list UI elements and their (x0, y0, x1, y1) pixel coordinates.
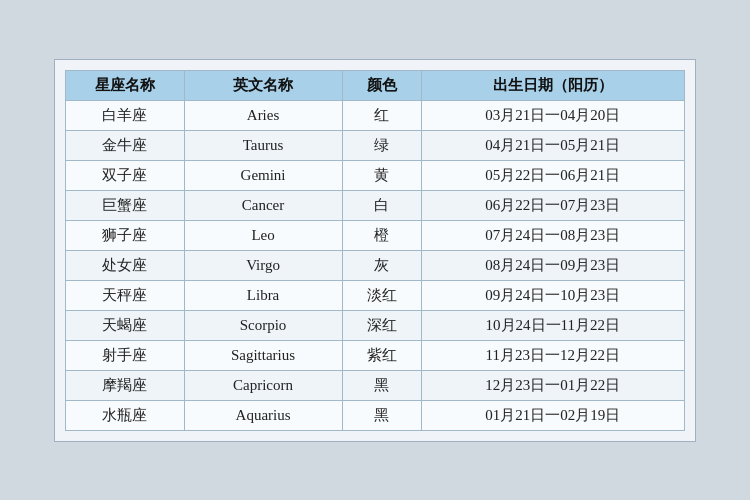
table-row: 处女座Virgo灰08月24日一09月23日 (66, 250, 685, 280)
cell-dates: 04月21日一05月21日 (421, 130, 684, 160)
cell-english-name: Leo (184, 220, 342, 250)
cell-english-name: Aries (184, 100, 342, 130)
cell-dates: 11月23日一12月22日 (421, 340, 684, 370)
zodiac-table-container: 星座名称 英文名称 颜色 出生日期（阳历） 白羊座Aries红03月21日一04… (54, 59, 696, 442)
cell-dates: 08月24日一09月23日 (421, 250, 684, 280)
cell-color: 绿 (342, 130, 421, 160)
cell-chinese-name: 白羊座 (66, 100, 185, 130)
table-header-row: 星座名称 英文名称 颜色 出生日期（阳历） (66, 70, 685, 100)
cell-color: 紫红 (342, 340, 421, 370)
table-row: 狮子座Leo橙07月24日一08月23日 (66, 220, 685, 250)
cell-dates: 05月22日一06月21日 (421, 160, 684, 190)
cell-english-name: Virgo (184, 250, 342, 280)
cell-english-name: Libra (184, 280, 342, 310)
cell-dates: 10月24日一11月22日 (421, 310, 684, 340)
cell-chinese-name: 双子座 (66, 160, 185, 190)
header-dates: 出生日期（阳历） (421, 70, 684, 100)
cell-dates: 07月24日一08月23日 (421, 220, 684, 250)
table-row: 摩羯座Capricorn黑12月23日一01月22日 (66, 370, 685, 400)
cell-chinese-name: 巨蟹座 (66, 190, 185, 220)
cell-color: 淡红 (342, 280, 421, 310)
cell-color: 深红 (342, 310, 421, 340)
zodiac-table: 星座名称 英文名称 颜色 出生日期（阳历） 白羊座Aries红03月21日一04… (65, 70, 685, 431)
cell-chinese-name: 处女座 (66, 250, 185, 280)
cell-color: 橙 (342, 220, 421, 250)
cell-dates: 06月22日一07月23日 (421, 190, 684, 220)
table-row: 天秤座Libra淡红09月24日一10月23日 (66, 280, 685, 310)
cell-dates: 12月23日一01月22日 (421, 370, 684, 400)
cell-english-name: Gemini (184, 160, 342, 190)
cell-dates: 01月21日一02月19日 (421, 400, 684, 430)
cell-chinese-name: 天秤座 (66, 280, 185, 310)
header-chinese-name: 星座名称 (66, 70, 185, 100)
table-row: 白羊座Aries红03月21日一04月20日 (66, 100, 685, 130)
cell-color: 白 (342, 190, 421, 220)
cell-chinese-name: 金牛座 (66, 130, 185, 160)
table-row: 双子座Gemini黄05月22日一06月21日 (66, 160, 685, 190)
cell-chinese-name: 射手座 (66, 340, 185, 370)
cell-color: 灰 (342, 250, 421, 280)
cell-dates: 03月21日一04月20日 (421, 100, 684, 130)
cell-color: 黑 (342, 370, 421, 400)
cell-chinese-name: 水瓶座 (66, 400, 185, 430)
cell-chinese-name: 狮子座 (66, 220, 185, 250)
cell-english-name: Capricorn (184, 370, 342, 400)
cell-chinese-name: 天蝎座 (66, 310, 185, 340)
cell-english-name: Aquarius (184, 400, 342, 430)
header-color: 颜色 (342, 70, 421, 100)
cell-english-name: Scorpio (184, 310, 342, 340)
header-english-name: 英文名称 (184, 70, 342, 100)
cell-dates: 09月24日一10月23日 (421, 280, 684, 310)
cell-chinese-name: 摩羯座 (66, 370, 185, 400)
cell-color: 红 (342, 100, 421, 130)
cell-english-name: Cancer (184, 190, 342, 220)
cell-english-name: Sagittarius (184, 340, 342, 370)
table-row: 天蝎座Scorpio深红10月24日一11月22日 (66, 310, 685, 340)
cell-english-name: Taurus (184, 130, 342, 160)
table-row: 巨蟹座Cancer白06月22日一07月23日 (66, 190, 685, 220)
cell-color: 黄 (342, 160, 421, 190)
cell-color: 黑 (342, 400, 421, 430)
table-row: 水瓶座Aquarius黑01月21日一02月19日 (66, 400, 685, 430)
table-row: 射手座Sagittarius紫红11月23日一12月22日 (66, 340, 685, 370)
table-body: 白羊座Aries红03月21日一04月20日金牛座Taurus绿04月21日一0… (66, 100, 685, 430)
table-row: 金牛座Taurus绿04月21日一05月21日 (66, 130, 685, 160)
